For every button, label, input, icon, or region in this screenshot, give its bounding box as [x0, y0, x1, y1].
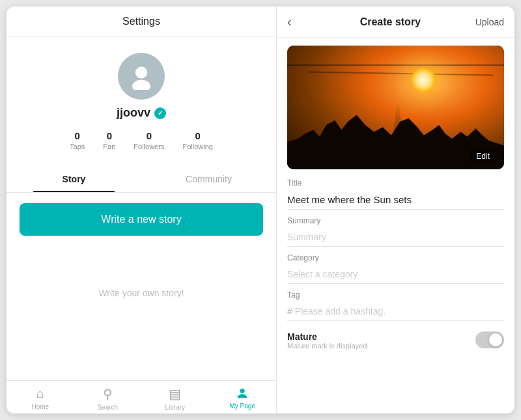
summary-label: Summary [287, 216, 504, 225]
category-field: Category [287, 253, 504, 284]
nav-home[interactable]: ⌂ Home [7, 386, 74, 411]
stat-taps: 0 Taps [70, 130, 85, 150]
username: jjoovv [117, 106, 150, 120]
toggle-knob [489, 333, 502, 346]
tag-row: # [287, 302, 504, 321]
story-content: Write a new story Write your own story! [7, 193, 276, 380]
page-title: Create story [360, 16, 421, 28]
upload-button[interactable]: Upload [475, 17, 504, 27]
summary-field: Summary [287, 216, 504, 247]
tab-community[interactable]: Community [141, 166, 276, 192]
write-new-story-button[interactable]: Write a new story [20, 203, 263, 236]
title-field: Title [287, 178, 504, 210]
my-page-icon [235, 386, 249, 400]
tag-input[interactable] [295, 306, 504, 316]
stat-fan: 0 Fan [103, 130, 115, 150]
stat-following: 0 Following [182, 130, 212, 150]
mature-subtitle: Mature mark is displayed. [287, 342, 369, 350]
avatar [118, 53, 165, 100]
tabs-row: Story Community [7, 166, 276, 193]
sun [411, 68, 436, 92]
mature-row: Mature Mature mark is displayed. [287, 328, 504, 354]
svg-point-0 [135, 66, 147, 78]
nav-my-page[interactable]: My Page [209, 386, 277, 411]
svg-point-1 [132, 80, 150, 90]
empty-story-label: Write your own story! [98, 288, 184, 298]
nav-search[interactable]: ⚲ Search [74, 386, 142, 411]
search-icon: ⚲ [103, 386, 113, 402]
profile-section: jjoovv ✓ 0 Taps 0 Fan 0 Followers 0 [7, 37, 276, 158]
tab-story[interactable]: Story [7, 166, 141, 192]
story-form: Edit Title Summary Category Tag # [277, 38, 514, 413]
cover-image: Edit [287, 46, 504, 169]
settings-header: Settings [7, 7, 276, 37]
stat-followers: 0 Followers [134, 130, 164, 150]
title-label: Title [287, 178, 504, 188]
tag-hash: # [287, 306, 292, 316]
home-icon: ⌂ [36, 386, 44, 401]
mature-toggle[interactable] [475, 331, 504, 348]
tag-label: Tag [287, 290, 504, 300]
category-label: Category [287, 253, 504, 262]
summary-input[interactable] [287, 228, 504, 247]
tag-field: Tag # [287, 290, 504, 321]
verified-badge: ✓ [154, 107, 166, 119]
right-header: ‹ Create story Upload [277, 7, 514, 38]
power-line-2 [309, 71, 493, 75]
edit-cover-button[interactable]: Edit [470, 150, 496, 163]
svg-point-2 [240, 389, 245, 393]
right-panel: ‹ Create story Upload Edit Title [277, 7, 514, 413]
username-row: jjoovv ✓ [117, 106, 166, 120]
library-icon: ▤ [169, 386, 181, 402]
mature-title: Mature [287, 331, 369, 342]
mature-info: Mature Mature mark is displayed. [287, 331, 369, 350]
back-button[interactable]: ‹ [287, 14, 305, 29]
title-input[interactable] [287, 190, 504, 210]
left-panel: Settings jjoovv ✓ 0 Taps 0 Fan [7, 7, 277, 413]
nav-library[interactable]: ▤ Library [141, 386, 209, 411]
power-line-1 [287, 64, 504, 66]
stats-row: 0 Taps 0 Fan 0 Followers 0 Following [70, 130, 213, 150]
category-input[interactable] [287, 265, 504, 284]
bottom-nav: ⌂ Home ⚲ Search ▤ Library My Page [7, 380, 276, 413]
